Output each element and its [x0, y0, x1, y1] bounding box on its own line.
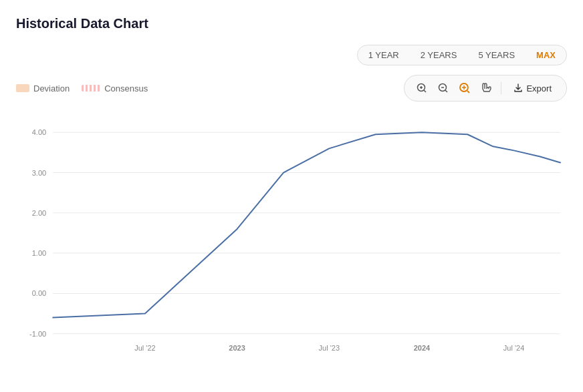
legend-consensus: Consensus [82, 83, 148, 93]
svg-text:Jul '22: Jul '22 [134, 344, 156, 352]
svg-text:2.00: 2.00 [32, 209, 47, 217]
time-btn-5years[interactable]: 5 YEARS [467, 45, 526, 65]
chart-container: 4.00 3.00 2.00 1.00 0.00 -1.00 Jul '22 2… [16, 110, 567, 363]
legend-deviation: Deviation [16, 83, 70, 93]
svg-line-3 [424, 90, 426, 92]
page-title: Historical Data Chart [16, 16, 567, 31]
svg-line-6 [445, 90, 447, 92]
svg-text:1.00: 1.00 [32, 249, 47, 257]
svg-text:4.00: 4.00 [32, 128, 47, 136]
chart-svg: 4.00 3.00 2.00 1.00 0.00 -1.00 Jul '22 2… [16, 110, 567, 363]
export-icon [513, 83, 523, 93]
time-button-group: 1 YEAR 2 YEARS 5 YEARS MAX [357, 45, 567, 65]
legend-toolbar-row: Deviation Consensus [16, 75, 567, 102]
svg-line-8 [467, 91, 469, 93]
svg-text:Jul '24: Jul '24 [503, 344, 525, 352]
svg-text:2024: 2024 [414, 344, 431, 352]
chart-legend: Deviation Consensus [16, 83, 148, 93]
export-button[interactable]: Export [507, 80, 558, 97]
zoom-in-button[interactable] [413, 79, 431, 97]
svg-text:3.00: 3.00 [32, 169, 47, 177]
pan-button[interactable] [477, 79, 495, 97]
chart-toolbar: Export [404, 75, 567, 102]
deviation-swatch [16, 84, 29, 92]
export-label: Export [526, 83, 552, 93]
svg-text:-1.00: -1.00 [29, 330, 46, 338]
time-btn-2years[interactable]: 2 YEARS [410, 45, 468, 65]
search-zoom-button[interactable] [455, 79, 474, 97]
time-btn-1year[interactable]: 1 YEAR [358, 45, 410, 65]
time-controls: 1 YEAR 2 YEARS 5 YEARS MAX [16, 45, 567, 65]
deviation-label: Deviation [33, 83, 70, 93]
svg-text:Jul '23: Jul '23 [318, 344, 340, 352]
toolbar-divider [501, 82, 501, 94]
svg-text:0.00: 0.00 [32, 289, 47, 297]
zoom-out-button[interactable] [434, 79, 453, 97]
consensus-swatch [82, 85, 100, 91]
time-btn-max[interactable]: MAX [526, 45, 566, 65]
svg-text:2023: 2023 [229, 344, 245, 352]
consensus-label: Consensus [104, 83, 148, 93]
